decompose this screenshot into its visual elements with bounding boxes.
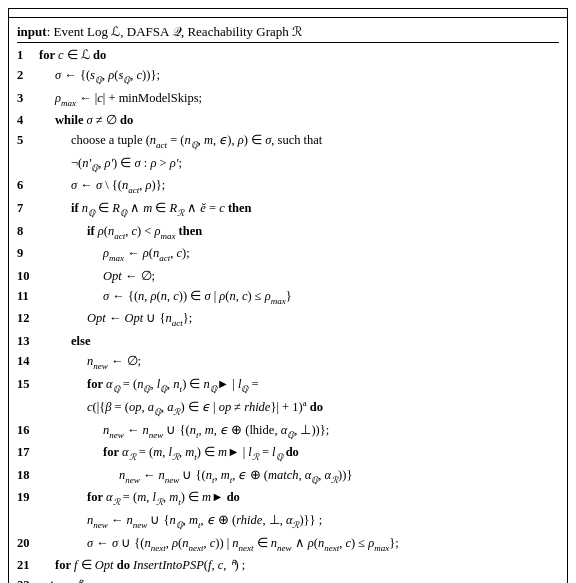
- input-line: input: Event Log ℒ, DAFSA 𝒬, Reachabilit…: [17, 22, 559, 43]
- line-number: 7: [17, 199, 39, 217]
- algorithm-line: 10Opt ← ∅;: [17, 266, 559, 286]
- line-content: Opt ← ∅;: [39, 267, 559, 285]
- algorithm-line: 2σ ← {(sℚ, ρ(sℚ, c))};: [17, 65, 559, 88]
- line-content: if nℚ ∈ Rℚ ∧ m ∈ Rℛ ∧ ĕ = c then: [39, 199, 559, 220]
- line-number: 14: [17, 352, 39, 370]
- line-number: 3: [17, 89, 39, 107]
- algorithm-line: 21for f ∈ Opt do InsertIntoPSP(f, c, ᴿ) …: [17, 555, 559, 575]
- line-content: nnew ← nnew ∪ {(nt, mt, ϵ ⊕ (match, αℚ, …: [39, 466, 559, 487]
- line-content: return ᴿ;: [39, 576, 559, 583]
- line-content: σ ← σ \ {(nact, ρ)};: [39, 176, 559, 197]
- line-content: σ ← {(n, ρ(n, c)) ∈ σ | ρ(n, c) ≤ ρmax}: [39, 287, 559, 308]
- algorithm-line: 20σ ← σ ∪ {(nnext, ρ(nnext, c)) | nnext …: [17, 533, 559, 556]
- line-content: for f ∈ Opt do InsertIntoPSP(f, c, ᴿ) ;: [39, 556, 559, 574]
- algorithm-line: 12Opt ← Opt ∪ {nact};: [17, 308, 559, 331]
- line-number: 10: [17, 267, 39, 285]
- algorithm-line: 6σ ← σ \ {(nact, ρ)};: [17, 175, 559, 198]
- line-number: 5: [17, 131, 39, 149]
- algorithm-line: ¬(n'ℚ, ρ') ∈ σ : ρ > ρ';: [17, 153, 559, 176]
- line-content: Opt ← Opt ∪ {nact};: [39, 309, 559, 330]
- algorithm-line: nnew ← nnew ∪ {nℚ, mt, ϵ ⊕ (rhide, ⊥, αℛ…: [17, 510, 559, 533]
- line-number: 6: [17, 176, 39, 194]
- line-content: σ ← σ ∪ {(nnext, ρ(nnext, c)) | nnext ∈ …: [39, 534, 559, 555]
- line-content: if ρ(nact, c) < ρmax then: [39, 222, 559, 243]
- line-number: 15: [17, 375, 39, 393]
- line-number: 4: [17, 111, 39, 129]
- algorithm-body: input: Event Log ℒ, DAFSA 𝒬, Reachabilit…: [9, 18, 567, 583]
- algorithm-line: 11σ ← {(n, ρ(n, c)) ∈ σ | ρ(n, c) ≤ ρmax…: [17, 286, 559, 309]
- algorithm-line: 13else: [17, 331, 559, 351]
- algorithm-line: 9ρmax ← ρ(nact, c);: [17, 243, 559, 266]
- line-number: 18: [17, 466, 39, 484]
- line-number: 13: [17, 332, 39, 350]
- algorithm-line: 15for αℚ = (nℚ, lℚ, nt) ∈ nℚ► | lℚ =: [17, 374, 559, 397]
- algorithm-box: input: Event Log ℒ, DAFSA 𝒬, Reachabilit…: [8, 8, 568, 583]
- algorithm-line: 8if ρ(nact, c) < ρmax then: [17, 221, 559, 244]
- algorithm-line: 4while σ ≠ ∅ do: [17, 110, 559, 130]
- input-content: : Event Log ℒ, DAFSA 𝒬, Reachability Gra…: [47, 24, 302, 39]
- line-content: while σ ≠ ∅ do: [39, 111, 559, 129]
- algorithm-line: 3ρmax ← |c| + minModelSkips;: [17, 88, 559, 111]
- algorithm-line: 22return ᴿ;: [17, 575, 559, 583]
- line-number: 22: [17, 576, 39, 583]
- line-number: 16: [17, 421, 39, 439]
- algorithm-line: 17for αℛ = (m, lℛ, mt) ∈ m► | lℛ = lℚ do: [17, 442, 559, 465]
- lines-container: 1for c ∈ ℒ do2σ ← {(sℚ, ρ(sℚ, c))};3ρmax…: [17, 45, 559, 583]
- line-number: 9: [17, 244, 39, 262]
- line-content: ρmax ← |c| + minModelSkips;: [39, 89, 559, 110]
- line-content: for αℛ = (m, lℛ, mt) ∈ m► do: [39, 488, 559, 509]
- algorithm-line: 18nnew ← nnew ∪ {(nt, mt, ϵ ⊕ (match, αℚ…: [17, 465, 559, 488]
- algorithm-header: [9, 9, 567, 18]
- algorithm-line: c(|{β = (op, aℚ, aℛ) ∈ ϵ | op ≠ rhide}| …: [17, 396, 559, 420]
- line-number: 8: [17, 222, 39, 240]
- line-number: 19: [17, 488, 39, 506]
- line-content: ¬(n'ℚ, ρ') ∈ σ : ρ > ρ';: [39, 154, 559, 175]
- line-content: for c ∈ ℒ do: [39, 46, 559, 64]
- line-content: nnew ← nnew ∪ {(nt, m, ϵ ⊕ (lhide, αℚ, ⊥…: [39, 421, 559, 442]
- algorithm-line: 7if nℚ ∈ Rℚ ∧ m ∈ Rℛ ∧ ĕ = c then: [17, 198, 559, 221]
- algorithm-line: 19for αℛ = (m, lℛ, mt) ∈ m► do: [17, 487, 559, 510]
- line-content: ρmax ← ρ(nact, c);: [39, 244, 559, 265]
- line-content: choose a tuple (nact = (nℚ, m, ϵ), ρ) ∈ …: [39, 131, 559, 152]
- line-number: 21: [17, 556, 39, 574]
- line-content: nnew ← ∅;: [39, 352, 559, 373]
- algorithm-line: 5choose a tuple (nact = (nℚ, m, ϵ), ρ) ∈…: [17, 130, 559, 153]
- line-number: 2: [17, 66, 39, 84]
- line-content: σ ← {(sℚ, ρ(sℚ, c))};: [39, 66, 559, 87]
- algorithm-line: 1for c ∈ ℒ do: [17, 45, 559, 65]
- line-number: 17: [17, 443, 39, 461]
- line-content: for αℚ = (nℚ, lℚ, nt) ∈ nℚ► | lℚ =: [39, 375, 559, 396]
- line-number: 1: [17, 46, 39, 64]
- algorithm-line: 16nnew ← nnew ∪ {(nt, m, ϵ ⊕ (lhide, αℚ,…: [17, 420, 559, 443]
- algorithm-line: 14nnew ← ∅;: [17, 351, 559, 374]
- line-content: for αℛ = (m, lℛ, mt) ∈ m► | lℛ = lℚ do: [39, 443, 559, 464]
- input-keyword: input: [17, 24, 47, 39]
- line-number: 20: [17, 534, 39, 552]
- line-number: 12: [17, 309, 39, 327]
- line-content: c(|{β = (op, aℚ, aℛ) ∈ ϵ | op ≠ rhide}| …: [39, 397, 559, 419]
- line-content: nnew ← nnew ∪ {nℚ, mt, ϵ ⊕ (rhide, ⊥, αℛ…: [39, 511, 559, 532]
- line-content: else: [39, 332, 559, 350]
- line-number: 11: [17, 287, 39, 305]
